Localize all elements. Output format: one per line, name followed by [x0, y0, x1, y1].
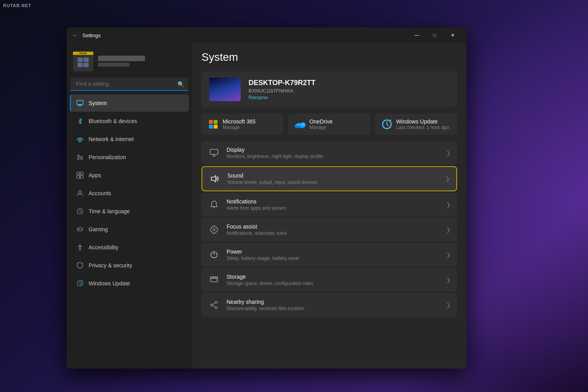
svg-point-22 — [213, 229, 215, 231]
display-icon — [208, 147, 220, 159]
settings-list: Display Monitors, brightness, night ligh… — [201, 141, 457, 317]
settings-item-storage[interactable]: Storage Storage space, drives, configura… — [201, 268, 457, 292]
focus-title: Focus assist — [227, 223, 440, 230]
svg-rect-8 — [80, 176, 83, 178]
device-thumbnail-inner — [209, 78, 241, 101]
sidebar-item-accessibility[interactable]: Accessibility — [70, 239, 189, 256]
onedrive-text: OneDrive Manage — [309, 118, 332, 130]
sidebar-item-bluetooth[interactable]: Bluetooth & devices — [70, 113, 189, 130]
windows-update-icon — [76, 279, 84, 287]
sound-icon — [209, 172, 221, 185]
notifications-desc: Alerts from apps and system — [227, 205, 440, 211]
svg-point-26 — [216, 279, 217, 280]
svg-point-29 — [216, 307, 218, 309]
accounts-icon — [76, 189, 84, 197]
network-icon — [76, 135, 84, 143]
titlebar: ← Settings — □ ✕ — [67, 27, 466, 43]
system-icon — [76, 99, 84, 107]
svg-rect-20 — [210, 149, 218, 154]
power-title: Power — [227, 249, 440, 255]
sidebar-item-accounts[interactable]: Accounts — [70, 185, 189, 202]
display-chevron: ❯ — [446, 150, 451, 156]
profile-info — [98, 56, 145, 67]
display-text: Display Monitors, brightness, night ligh… — [227, 147, 440, 159]
svg-point-12 — [81, 229, 82, 229]
settings-item-notifications[interactable]: Notifications Alerts from apps and syste… — [201, 193, 457, 216]
back-icon[interactable]: ← — [71, 31, 79, 39]
settings-item-nearby-sharing[interactable]: Nearby sharing Discoverability, received… — [201, 293, 457, 317]
device-name: DESKTOP-K79R2TT — [249, 79, 449, 87]
storage-desc: Storage space, drives, configuration rul… — [227, 281, 440, 286]
ms365-title: Microsoft 365 — [223, 118, 256, 125]
quick-link-microsoft365[interactable]: Microsoft 365 Manage — [201, 114, 283, 135]
main-content: System DESKTOP-K79R2TT BXNUC10i7FNHAA Re… — [192, 43, 466, 368]
focus-icon — [208, 223, 220, 236]
quick-link-windows-update[interactable]: Windows Update Last checked: 1 hour ago — [375, 114, 457, 135]
svg-point-14 — [80, 245, 81, 246]
personalization-icon — [76, 153, 84, 161]
settings-item-focus[interactable]: Focus assist Notifications, automatic ru… — [201, 218, 457, 241]
sharing-title: Nearby sharing — [227, 299, 440, 305]
maximize-button[interactable]: □ — [426, 29, 444, 42]
power-chevron: ❯ — [446, 252, 451, 258]
sidebar-item-gaming[interactable]: Gaming — [70, 221, 189, 238]
sharing-chevron: ❯ — [446, 302, 451, 308]
username-blurred — [98, 56, 145, 61]
svg-rect-5 — [77, 172, 80, 175]
sidebar-item-system[interactable]: System — [70, 94, 189, 112]
search-input[interactable] — [71, 78, 188, 91]
display-desc: Monitors, brightness, night light, displ… — [227, 154, 440, 159]
titlebar-left: ← Settings — [71, 31, 101, 39]
sidebar-label-personalization: Personalization — [89, 154, 126, 160]
sidebar-label-bluetooth: Bluetooth & devices — [89, 118, 137, 124]
profile-section: POLICE — [67, 47, 192, 78]
sidebar-item-windows-update[interactable]: Windows Update — [70, 275, 189, 292]
device-subtitle: BXNUC10i7FNHAA — [249, 88, 449, 94]
close-button[interactable]: ✕ — [444, 29, 462, 42]
device-info: DESKTOP-K79R2TT BXNUC10i7FNHAA Rename — [249, 79, 449, 100]
svg-rect-0 — [77, 100, 83, 105]
avatar: POLICE — [73, 51, 93, 71]
settings-item-sound[interactable]: Sound Volume levels, output, input, soun… — [201, 166, 457, 191]
avatar-windows-icon — [78, 58, 89, 67]
sidebar-item-network[interactable]: Network & internet — [70, 131, 189, 148]
display-title: Display — [227, 147, 440, 153]
page-title: System — [201, 51, 457, 64]
sidebar-label-system: System — [89, 100, 107, 106]
onedrive-title: OneDrive — [309, 118, 332, 125]
settings-item-display[interactable]: Display Monitors, brightness, night ligh… — [201, 141, 457, 165]
avatar-police-bar: POLICE — [73, 52, 93, 55]
sidebar-label-apps: Apps — [89, 172, 101, 178]
sidebar-label-privacy: Privacy & security — [89, 262, 132, 269]
sound-desc: Volume levels, output, input, sound devi… — [227, 180, 439, 185]
svg-point-9 — [79, 191, 82, 194]
minimize-button[interactable]: — — [408, 29, 426, 42]
wu-text: Windows Update Last checked: 1 hour ago — [396, 118, 449, 130]
sidebar-item-time[interactable]: Time & language — [70, 203, 189, 220]
focus-text: Focus assist Notifications, automatic ru… — [227, 223, 440, 236]
svg-rect-25 — [211, 277, 218, 278]
sidebar-item-personalization[interactable]: Personalization — [70, 149, 189, 166]
settings-item-power[interactable]: Power Sleep, battery usage, battery save… — [201, 243, 457, 267]
sound-title: Sound — [227, 172, 439, 179]
sharing-text: Nearby sharing Discoverability, received… — [227, 299, 440, 311]
sharing-desc: Discoverability, received files location — [227, 306, 440, 311]
search-icon[interactable]: 🔍 — [178, 81, 184, 87]
onedrive-icon — [294, 119, 305, 130]
sharing-icon — [208, 299, 220, 311]
sidebar-label-network: Network & internet — [89, 136, 134, 142]
sidebar-label-gaming: Gaming — [89, 226, 108, 232]
sidebar-item-privacy[interactable]: Privacy & security — [70, 257, 189, 274]
ms365-text: Microsoft 365 Manage — [223, 118, 256, 130]
quick-link-onedrive[interactable]: OneDrive Manage — [288, 114, 370, 135]
window-title: Settings — [82, 33, 101, 38]
svg-point-13 — [82, 229, 82, 230]
sidebar-item-apps[interactable]: Apps — [70, 167, 189, 184]
sound-chevron: ❯ — [445, 176, 450, 182]
titlebar-controls: — □ ✕ — [408, 29, 462, 42]
device-rename-link[interactable]: Rename — [249, 94, 449, 100]
svg-rect-2 — [78, 105, 82, 105]
sidebar-label-accounts: Accounts — [89, 190, 111, 196]
storage-title: Storage — [227, 274, 440, 280]
time-icon — [76, 207, 84, 215]
